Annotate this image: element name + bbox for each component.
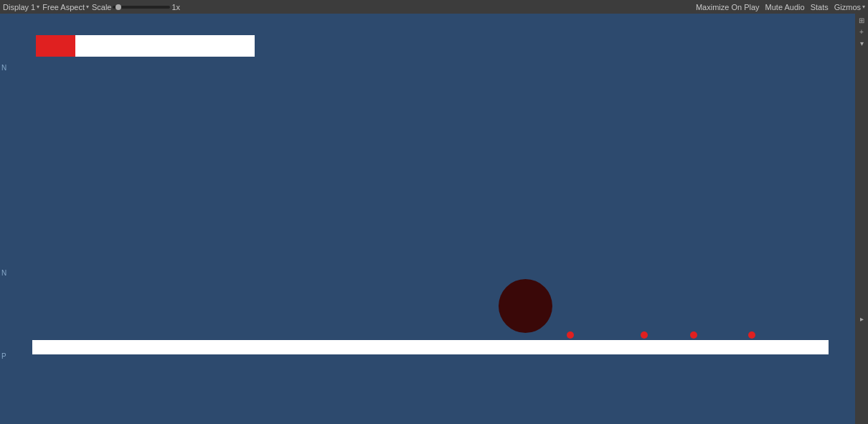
right-panel: ⊞ + ▾ ▸ [855,14,868,424]
aspect-label: Free Aspect [42,3,85,11]
toolbar: Display 1 ▾ Free Aspect ▾ Scale 1x Maxim… [0,0,868,14]
edge-label-bot: P [1,352,6,360]
scale-thumb [115,4,121,10]
hud-bar [36,35,255,57]
hud-red-block [36,35,75,57]
edge-label-mid: N [1,269,6,277]
toolbar-right: Maximize On Play Mute Audio Stats Gizmos… [696,3,865,11]
stats-button[interactable]: Stats [811,3,829,11]
hud-white-block [75,35,255,57]
maximize-label: Maximize On Play [696,3,760,11]
mute-audio-button[interactable]: Mute Audio [765,3,805,11]
game-view: N N P [0,14,855,424]
stats-label: Stats [811,3,829,11]
right-arrow-icon[interactable]: ▸ [857,314,867,324]
red-dot-2 [641,331,648,339]
red-dot-1 [567,331,574,339]
scale-control: Scale 1x [92,3,180,11]
plus-icon[interactable]: + [857,27,867,37]
scale-label: Scale [92,3,112,11]
display-label: Display 1 [3,3,35,11]
scale-slider[interactable] [113,6,170,9]
display-arrow: ▾ [37,4,39,10]
ground-platform [32,340,829,354]
mute-label: Mute Audio [765,3,805,11]
maximize-on-play-button[interactable]: Maximize On Play [696,3,760,11]
aspect-arrow: ▾ [86,4,89,10]
display-selector[interactable]: Display 1 ▾ [3,3,39,11]
red-dot-4 [748,331,755,339]
scale-value: 1x [171,3,180,11]
gizmos-arrow: ▾ [862,4,865,10]
edge-label-top: N [1,64,6,72]
grid-icon[interactable]: ⊞ [857,15,867,25]
down-arrow-icon[interactable]: ▾ [857,38,867,48]
game-ball [499,279,552,333]
gizmos-selector[interactable]: Gizmos ▾ [834,3,865,11]
gizmos-label: Gizmos [834,3,861,11]
aspect-selector[interactable]: Free Aspect ▾ [42,3,89,11]
red-dot-3 [690,331,697,339]
